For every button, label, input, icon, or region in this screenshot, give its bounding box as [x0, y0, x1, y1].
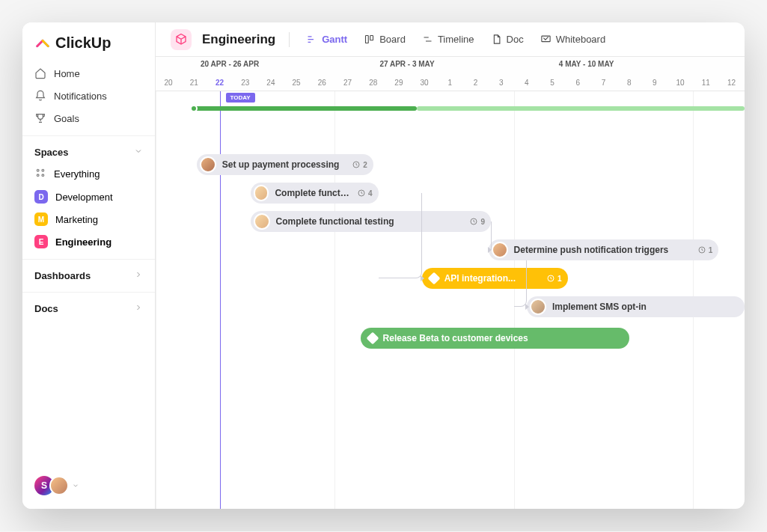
task-bar-t4[interactable]: Determine push notification triggers1: [489, 239, 719, 260]
svg-rect-4: [366, 36, 369, 43]
task-avatar: [254, 213, 270, 230]
section-dashboards[interactable]: Dashboards: [22, 259, 155, 286]
gantt-icon: [306, 34, 317, 45]
nav-notifications[interactable]: Notifications: [22, 85, 155, 107]
day-cell: 1: [437, 73, 462, 91]
chevron-right-icon: [134, 303, 143, 314]
bell-icon: [34, 90, 46, 102]
week-label: 27 APR - 3 MAY: [379, 60, 434, 68]
space-label: Engineering: [55, 236, 111, 248]
space-marketing[interactable]: M Marketing: [22, 208, 155, 230]
space-label: Everything: [54, 168, 100, 180]
progress-track: [194, 106, 417, 111]
svg-point-0: [37, 169, 39, 171]
dependency-line: [379, 193, 422, 278]
view-tab-whiteboard[interactable]: Whiteboard: [537, 31, 608, 48]
space-label: Development: [55, 192, 113, 203]
trophy-icon: [34, 112, 46, 124]
day-cell: 11: [693, 73, 718, 91]
section-label: Spaces: [34, 147, 69, 158]
dependency-arrow: [525, 304, 529, 310]
subtask-count: 1: [546, 274, 562, 283]
space-everything[interactable]: Everything: [22, 162, 155, 186]
week-label: 20 APR - 26 APR: [201, 60, 259, 68]
view-tab-doc[interactable]: Doc: [488, 31, 527, 48]
day-cell: 9: [642, 73, 667, 91]
task-avatar: [254, 185, 269, 201]
diamond-icon: [427, 272, 440, 285]
view-tab-gantt[interactable]: Gantt: [303, 31, 350, 48]
task-label: API integration...: [444, 273, 516, 284]
nav-goals[interactable]: Goals: [22, 107, 155, 129]
chevron-down-icon: [134, 147, 143, 158]
task-avatar: [200, 156, 216, 173]
day-cell: 5: [540, 73, 565, 91]
nav-label: Home: [54, 68, 80, 79]
day-cell: 12: [718, 73, 744, 91]
task-avatar: [530, 299, 546, 315]
day-cell: 8: [617, 73, 642, 91]
board-icon: [364, 34, 375, 45]
progress-dot: [190, 105, 198, 112]
task-label: Complete functional testing: [276, 216, 394, 227]
user-avatar-photo: [49, 476, 69, 495]
svg-point-2: [37, 174, 39, 177]
page-title: Engineering: [202, 32, 275, 47]
view-label: Doc: [507, 34, 524, 45]
section-spaces[interactable]: Spaces: [22, 135, 155, 162]
task-label: Complete functio...: [275, 188, 351, 198]
nav-label: Goals: [54, 113, 79, 124]
task-bar-t1[interactable]: Set up payment processing2: [197, 154, 373, 175]
space-badge: M: [34, 213, 48, 226]
diamond-icon: [366, 332, 379, 345]
task-bar-t5[interactable]: API integration...1: [422, 268, 568, 289]
space-engineering[interactable]: E Engineering: [22, 230, 155, 253]
view-tab-board[interactable]: Board: [361, 31, 409, 48]
day-cell: 28: [361, 73, 386, 91]
nav-home[interactable]: Home: [22, 62, 155, 85]
sidebar-user-cluster[interactable]: S: [34, 476, 79, 495]
task-bar-t7[interactable]: Release Beta to customer devices: [361, 328, 629, 349]
space-badge: D: [34, 190, 48, 204]
chevron-down-icon: [72, 479, 79, 492]
doc-icon: [491, 34, 502, 45]
day-cell: 23: [233, 73, 258, 91]
day-cell: 25: [284, 73, 309, 91]
dependency-arrow: [421, 275, 424, 281]
day-row: 2021222324252627282930123456789101112: [156, 73, 745, 91]
divider: [289, 32, 290, 47]
nav-label: Notifications: [54, 91, 107, 102]
day-cell: 24: [258, 73, 284, 91]
task-bar-t6[interactable]: Implement SMS opt-in: [527, 296, 745, 317]
brand-logo[interactable]: ClickUp: [22, 34, 155, 62]
view-tab-timeline[interactable]: Timeline: [419, 31, 477, 48]
space-development[interactable]: D Development: [22, 186, 155, 208]
progress-track: [417, 106, 745, 111]
top-bar: Engineering Gantt Board Timeline Doc Whi…: [156, 22, 745, 57]
day-cell: 4: [514, 73, 540, 91]
svg-point-1: [42, 169, 44, 171]
section-label: Dashboards: [34, 270, 91, 281]
day-cell: 22: [207, 73, 232, 91]
view-label: Gantt: [322, 34, 347, 45]
week-row: 20 APR - 26 APR27 APR - 3 MAY4 MAY - 10 …: [156, 57, 745, 73]
gantt-area[interactable]: TODAYSet up payment processing2Complete …: [156, 91, 745, 509]
app-window: ClickUp Home Notifications Goals Spaces: [22, 22, 745, 509]
main-content: Engineering Gantt Board Timeline Doc Whi…: [156, 22, 745, 509]
subtask-count: 9: [469, 217, 485, 226]
task-avatar: [492, 242, 508, 258]
svg-point-3: [42, 174, 44, 177]
week-label: 4 MAY - 10 MAY: [559, 60, 614, 68]
task-label: Set up payment processing: [222, 159, 340, 170]
day-cell: 27: [334, 73, 360, 91]
day-cell: 10: [667, 73, 693, 91]
task-bar-t3[interactable]: Complete functional testing9: [251, 211, 491, 232]
grid-line: [156, 91, 156, 509]
section-docs[interactable]: Docs: [22, 292, 155, 319]
today-badge: TODAY: [226, 93, 255, 103]
task-bar-t2[interactable]: Complete functio...4: [251, 183, 379, 204]
task-label: Implement SMS opt-in: [552, 302, 647, 312]
day-cell: 6: [565, 73, 590, 91]
dependency-arrow: [488, 247, 492, 253]
sidebar: ClickUp Home Notifications Goals Spaces: [22, 22, 156, 509]
